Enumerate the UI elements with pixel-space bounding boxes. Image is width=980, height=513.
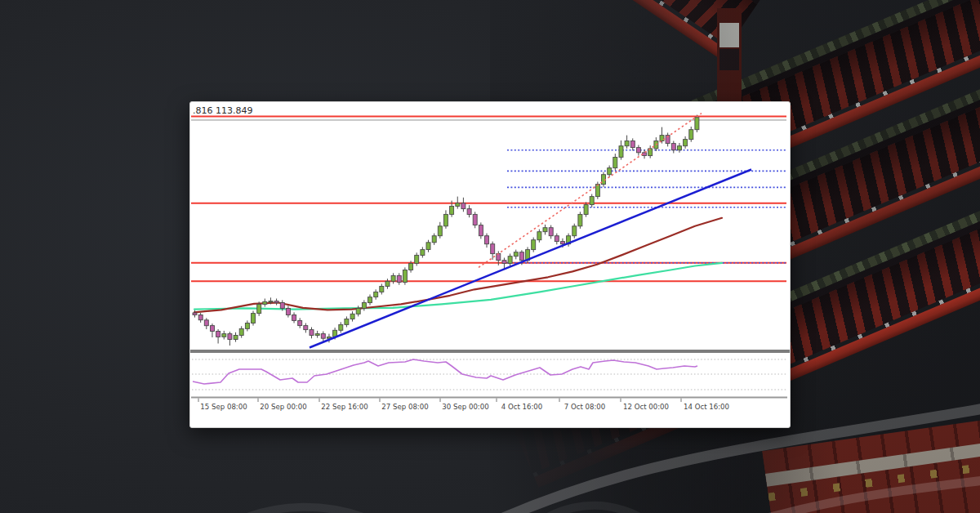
promo-banner: 15 Sep 08:0020 Sep 00:0022 Sep 16:0027 S…	[0, 0, 980, 513]
x-axis-label: 14 Oct 16:00	[684, 403, 729, 411]
price-info-label: .816 113.849	[193, 105, 252, 116]
x-axis-label: 30 Sep 00:00	[442, 403, 488, 411]
x-axis-label: 22 Sep 16:00	[321, 403, 368, 411]
candlestick-chart: 15 Sep 08:0020 Sep 00:0022 Sep 16:0027 S…	[190, 102, 790, 427]
x-axis-label: 7 Oct 08:00	[564, 403, 606, 411]
x-axis-label: 4 Oct 16:00	[501, 403, 543, 411]
trendline-blue-solid	[310, 170, 751, 348]
trendline-pink-dotted	[479, 114, 702, 268]
panel-separator	[190, 350, 790, 353]
x-axis-label: 15 Sep 08:00	[200, 403, 247, 411]
candles-layer	[193, 115, 699, 346]
oscillator-line	[193, 359, 697, 384]
x-axis-label: 20 Sep 00:00	[260, 403, 306, 411]
trading-chart-panel: 15 Sep 08:0020 Sep 00:0022 Sep 16:0027 S…	[189, 101, 791, 428]
ma-red	[194, 218, 722, 313]
x-axis-label: 12 Oct 00:00	[623, 403, 669, 411]
x-axis-label: 27 Sep 08:00	[381, 403, 428, 411]
